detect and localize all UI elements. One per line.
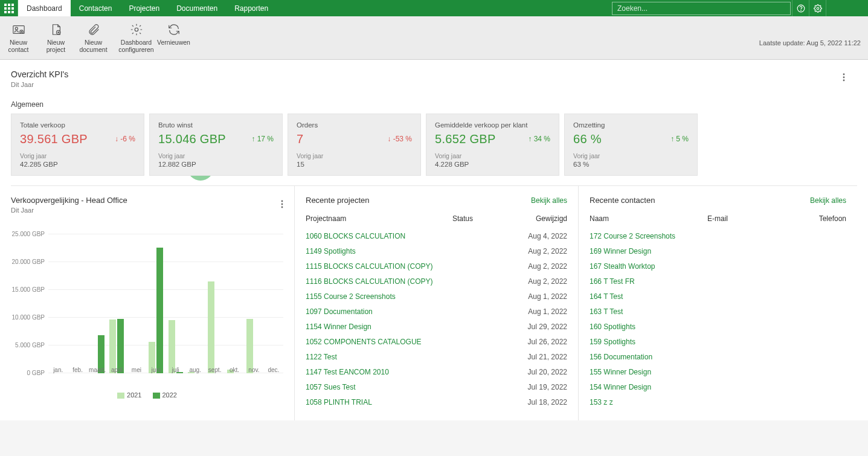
- x-tick-label: maart.: [89, 367, 106, 373]
- table-row: 172 Course 2 Screenshots: [590, 228, 846, 243]
- project-date: Aug 2, 2022: [513, 247, 567, 255]
- nav-contacten[interactable]: Contacten: [71, 0, 121, 16]
- contact-link[interactable]: 166 T Test FR: [590, 277, 707, 286]
- kpi-card[interactable]: Omzetting66 %↑ 5 %Vorig jaar63 %: [564, 114, 698, 176]
- kpi-delta: ↑ 5 %: [670, 135, 689, 143]
- bar-2022: [156, 248, 163, 373]
- svg-point-16: [135, 28, 138, 31]
- svg-point-13: [15, 27, 18, 30]
- project-link[interactable]: 1147 Test EANCOM 2010: [306, 368, 452, 376]
- contact-link[interactable]: 153 z z: [590, 398, 707, 406]
- project-link[interactable]: 1154 Winner Design: [306, 323, 452, 331]
- project-status: [452, 277, 513, 286]
- table-row: 166 T Test FR: [590, 274, 846, 289]
- table-row: 163 T Test: [590, 304, 846, 319]
- project-link[interactable]: 1155 Course 2 Screenshots: [306, 292, 452, 301]
- chart-menu-icon[interactable]: [281, 200, 283, 210]
- svg-rect-1: [8, 4, 10, 6]
- help-icon[interactable]: [792, 0, 809, 16]
- contact-phone: [792, 307, 846, 316]
- table-row: 1149 SpotlightsAug 2, 2022: [306, 243, 567, 259]
- project-status: [452, 292, 513, 301]
- nav-dashboard[interactable]: Dashboard: [18, 0, 71, 16]
- bar-2021: [169, 320, 175, 373]
- user-menu[interactable]: [826, 0, 868, 16]
- project-link[interactable]: 1116 BLOCKS CALCULATION (COPY): [306, 277, 452, 286]
- nav-projecten[interactable]: Projecten: [120, 0, 168, 16]
- table-row: 1115 BLOCKS CALCULATION (COPY)Aug 2, 202…: [306, 259, 567, 274]
- contact-link[interactable]: 154 Winner Design: [590, 383, 707, 391]
- document-add-icon: [50, 22, 63, 37]
- kpi-title: Overzicht KPI's: [11, 69, 857, 79]
- project-link[interactable]: 1097 Documentation: [306, 307, 452, 316]
- contact-phone: [792, 398, 846, 406]
- table-row: 1097 DocumentationAug 1, 2022: [306, 304, 567, 319]
- contact-link[interactable]: 155 Winner Design: [590, 368, 707, 376]
- projects-title: Recente projecten: [306, 196, 370, 205]
- x-tick-label: juli: [172, 367, 179, 373]
- project-link[interactable]: 1057 Sues Test: [306, 383, 452, 391]
- kpi-label: Bruto winst: [158, 121, 274, 129]
- table-row: 164 T Test: [590, 289, 846, 304]
- kpi-card[interactable]: Totale verkoop39.561 GBP↓ -6 %Vorig jaar…: [11, 114, 144, 176]
- x-tick-label: mei: [132, 367, 141, 373]
- refresh-button[interactable]: Vernieuwen: [155, 20, 193, 48]
- new-contact-button[interactable]: Nieuw contact: [0, 20, 37, 56]
- nav-documenten[interactable]: Documenten: [168, 0, 226, 16]
- contact-link[interactable]: 159 Spotlights: [590, 338, 707, 346]
- x-tick-label: juni: [152, 367, 161, 373]
- contact-email: [707, 247, 792, 255]
- search-input[interactable]: [612, 2, 791, 15]
- project-status: [452, 307, 513, 316]
- contacts-view-all-link[interactable]: Bekijk alles: [810, 196, 846, 205]
- project-link[interactable]: 1115 BLOCKS CALCULATION (COPY): [306, 262, 452, 271]
- table-row: 1052 COMPONENTS CATALOGUEJul 26, 2022: [306, 334, 567, 349]
- kpi-label: Omzetting: [573, 121, 689, 129]
- table-row: 1116 BLOCKS CALCULATION (COPY)Aug 2, 202…: [306, 274, 567, 289]
- toolbar: Nieuw contact Nieuw project Nieuw docume…: [0, 16, 868, 60]
- contact-link[interactable]: 156 Documentation: [590, 353, 707, 361]
- kpi-prev-label: Vorig jaar: [297, 152, 412, 159]
- project-link[interactable]: 1052 COMPONENTS CATALOGUE: [306, 338, 452, 346]
- app-logo[interactable]: [0, 0, 18, 16]
- kpi-card[interactable]: Bruto winst15.046 GBP↑ 17 %Vorig jaar12.…: [149, 114, 283, 176]
- bar-2021: [208, 281, 214, 373]
- contact-link[interactable]: 172 Course 2 Screenshots: [590, 232, 707, 240]
- configure-dashboard-button[interactable]: Dashboard configureren: [118, 20, 155, 56]
- projects-view-all-link[interactable]: Bekijk alles: [531, 196, 567, 205]
- project-status: [452, 398, 513, 406]
- contact-email: [707, 338, 792, 346]
- project-link[interactable]: 1060 BLOCKS CALCULATION: [306, 232, 452, 240]
- table-row: 153 z z: [590, 394, 846, 409]
- contact-link[interactable]: 163 T Test: [590, 307, 707, 316]
- project-link[interactable]: 1149 Spotlights: [306, 247, 452, 255]
- svg-rect-5: [11, 7, 14, 10]
- project-date: Aug 1, 2022: [513, 307, 567, 316]
- kpi-card[interactable]: Gemiddelde verkoop per klant5.652 GBP↑ 3…: [426, 114, 559, 176]
- nav-rapporten[interactable]: Rapporten: [226, 0, 277, 16]
- toolbar-label: Nieuw project: [39, 39, 73, 53]
- kpi-card[interactable]: Orders7↓ -53 %Vorig jaar15: [288, 114, 421, 176]
- new-project-button[interactable]: Nieuw project: [37, 20, 75, 56]
- project-date: Jul 19, 2022: [513, 383, 567, 391]
- settings-icon[interactable]: [809, 0, 826, 16]
- contact-link[interactable]: 164 T Test: [590, 292, 707, 301]
- contact-link[interactable]: 167 Stealth Worktop: [590, 262, 707, 271]
- search-box: [611, 0, 792, 16]
- project-date: Aug 4, 2022: [513, 232, 567, 240]
- toolbar-label: Dashboard configureren: [118, 39, 153, 53]
- x-tick-label: sept.: [208, 367, 222, 373]
- last-update: Laatste update: Aug 5, 2022 11:22: [759, 39, 861, 47]
- kpi-menu-icon[interactable]: [843, 73, 845, 83]
- contact-link[interactable]: 169 Winner Design: [590, 247, 707, 255]
- project-link[interactable]: 1122 Test: [306, 353, 452, 361]
- contact-email: [707, 232, 792, 240]
- contact-email: [707, 383, 792, 391]
- project-status: [452, 383, 513, 391]
- contact-phone: [792, 338, 846, 346]
- project-date: Jul 26, 2022: [513, 338, 567, 346]
- new-document-button[interactable]: Nieuw document: [75, 20, 112, 56]
- contact-link[interactable]: 160 Spotlights: [590, 323, 707, 331]
- project-link[interactable]: 1058 PLINTH TRIAL: [306, 398, 452, 406]
- y-tick-label: 25.000 GBP: [11, 231, 45, 237]
